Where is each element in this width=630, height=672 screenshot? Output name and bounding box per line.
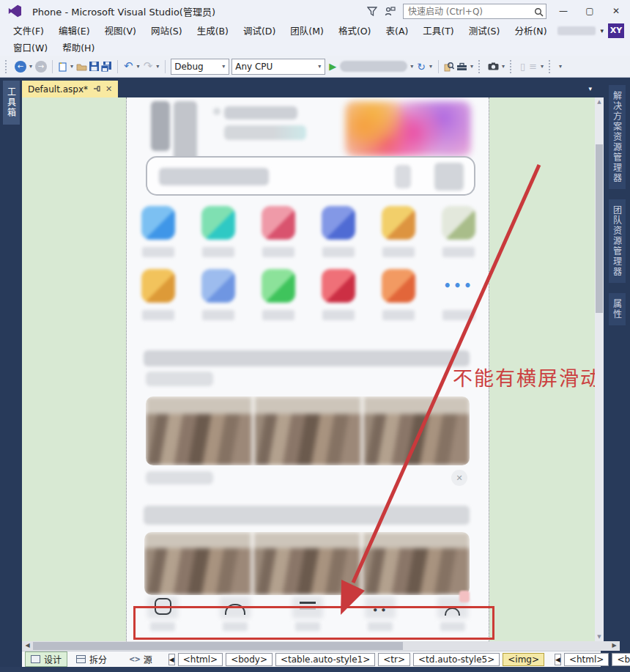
menu-item[interactable]: 团队(M)	[283, 21, 331, 40]
maximize-button[interactable]: ▢	[580, 4, 599, 18]
breadcrumb-tag[interactable]: <html>	[564, 653, 609, 666]
menu-item[interactable]: 分析(N)	[507, 21, 554, 40]
pin-icon[interactable]	[93, 84, 100, 95]
toolbar-grip[interactable]	[510, 60, 515, 73]
breadcrumb-tag[interactable]: <img>	[503, 653, 544, 666]
app-icon[interactable]	[322, 269, 355, 303]
breadcrumb-tag[interactable]: <td.auto-style5>	[413, 653, 500, 666]
refresh-button[interactable]: ↻	[416, 62, 426, 72]
toolbar-grip[interactable]	[5, 60, 10, 73]
send-feedback-icon[interactable]	[385, 7, 396, 16]
app-icon[interactable]	[201, 206, 235, 240]
menu-item[interactable]: 视图(V)	[97, 21, 144, 40]
open-file-button[interactable]	[76, 62, 87, 71]
app-icon-cell[interactable]	[382, 269, 415, 320]
scroll-right-icon[interactable]: ▶	[609, 642, 619, 649]
photo-thumbnail[interactable]	[144, 532, 251, 595]
user-account-area[interactable]: ▾ XY	[557, 23, 630, 38]
app-icon[interactable]	[141, 269, 175, 303]
chevron-down-icon[interactable]: ▾	[600, 27, 604, 34]
app-icon-cell[interactable]	[141, 269, 175, 320]
menu-item[interactable]: 工具(T)	[415, 21, 461, 40]
breadcrumb-tag[interactable]: <table.auto-style1>	[275, 653, 375, 666]
photo-thumbnail[interactable]	[146, 396, 252, 465]
vertical-scrollbar[interactable]: ▲ ▼	[595, 97, 604, 641]
more-apps-icon[interactable]: •••	[442, 269, 475, 303]
minimize-button[interactable]: —	[554, 4, 573, 18]
app-icon[interactable]	[382, 269, 415, 303]
avatar[interactable]: XY	[608, 23, 624, 38]
source-view-button[interactable]: <> 源	[123, 651, 158, 667]
redo-button[interactable]: ↷	[143, 61, 154, 72]
start-debugging-button[interactable]: ▶	[327, 61, 338, 72]
sidebar-tab[interactable]: 团队资源管理器	[609, 199, 626, 283]
app-icon[interactable]	[262, 206, 295, 240]
photo-strip[interactable]	[144, 532, 470, 595]
menu-item[interactable]: 生成(B)	[190, 21, 236, 40]
sidebar-tab[interactable]: 解决方案资源管理器	[609, 85, 626, 189]
menu-item[interactable]: 网站(S)	[144, 21, 190, 40]
breadcrumb-prev-button[interactable]: ◀	[168, 654, 175, 665]
breadcrumb-tag[interactable]: <body>	[226, 653, 273, 666]
app-icon[interactable]	[382, 206, 415, 240]
split-view-button[interactable]: 拆分	[70, 651, 113, 667]
menu-item[interactable]: 文件(F)	[6, 21, 51, 40]
config-caret[interactable]: ▾	[221, 63, 226, 70]
menu-item[interactable]: 表(A)	[379, 21, 416, 40]
toolbar-overflow-caret[interactable]: ▾	[470, 63, 474, 70]
menu-item[interactable]: 帮助(H)	[55, 38, 102, 56]
browser-target-blurred[interactable]	[340, 61, 407, 72]
breadcrumb-prev-button-2[interactable]: ◀	[555, 654, 561, 665]
quick-launch-search[interactable]	[403, 4, 546, 19]
menu-item[interactable]: 测试(S)	[462, 21, 508, 40]
photo-thumbnail[interactable]	[363, 396, 470, 465]
navigate-forward-button[interactable]: →	[35, 61, 47, 73]
vertical-scroll-thumb[interactable]	[596, 144, 603, 313]
dismiss-card-icon[interactable]: ✕	[451, 470, 467, 486]
app-icon[interactable]	[262, 269, 295, 303]
scroll-down-icon[interactable]: ▼	[595, 634, 604, 640]
menu-item[interactable]: 格式(O)	[331, 21, 379, 40]
undo-caret[interactable]: ▾	[136, 63, 141, 70]
app-icon-cell[interactable]	[262, 269, 295, 320]
app-icon-cell[interactable]	[262, 206, 295, 257]
photo-thumbnail[interactable]	[363, 532, 470, 595]
breadcrumb-tag[interactable]: <html>	[178, 653, 223, 666]
toolbar-overflow-caret[interactable]: ▾	[558, 63, 563, 70]
find-in-files-icon[interactable]	[444, 62, 454, 72]
screenshot-icon[interactable]	[488, 62, 499, 70]
app-icon-cell[interactable]	[201, 206, 235, 257]
sidebar-tab-toolbox[interactable]: 工具箱	[3, 81, 20, 125]
new-item-caret[interactable]: ▾	[70, 63, 74, 70]
phone-page-content[interactable]: ••• ✕	[126, 97, 489, 641]
new-item-button[interactable]	[58, 62, 67, 72]
app-icon-cell[interactable]: •••	[442, 269, 475, 320]
app-icon[interactable]	[442, 206, 475, 240]
app-icon[interactable]	[141, 206, 175, 240]
redo-caret[interactable]: ▾	[155, 63, 160, 70]
toolbar-overflow-caret[interactable]: ▾	[501, 63, 505, 70]
app-icon-cell[interactable]	[442, 206, 475, 257]
close-button[interactable]: ✕	[607, 4, 626, 18]
save-button[interactable]	[89, 62, 99, 71]
app-icon-cell[interactable]	[322, 269, 355, 320]
app-icon-cell[interactable]	[382, 206, 415, 257]
toolbox-icon[interactable]	[456, 62, 467, 71]
platform-caret[interactable]: ▾	[317, 63, 322, 70]
sidebar-tab[interactable]: 属性	[609, 293, 626, 325]
undo-button[interactable]: ↶	[123, 61, 134, 72]
quick-launch-input[interactable]	[403, 4, 546, 19]
photo-strip[interactable]	[146, 396, 470, 465]
refresh-caret[interactable]: ▾	[429, 63, 433, 70]
save-all-button[interactable]	[101, 62, 112, 72]
document-tab-default-aspx[interactable]: Default.aspx* ✕	[22, 81, 118, 97]
scroll-up-icon[interactable]: ▲	[595, 99, 604, 105]
menu-item[interactable]: 窗口(W)	[6, 38, 55, 56]
horizontal-scrollbar[interactable]: ◀ ▶	[22, 641, 620, 651]
scroll-left-icon[interactable]: ◀	[23, 642, 32, 649]
solution-configuration-combobox[interactable]: Debug▾	[171, 59, 229, 75]
menu-item[interactable]: 编辑(E)	[51, 21, 97, 40]
app-icon-cell[interactable]	[141, 206, 175, 257]
toolbar-grip[interactable]	[549, 60, 554, 73]
solution-platform-combobox[interactable]: Any CPU▾	[231, 59, 325, 75]
